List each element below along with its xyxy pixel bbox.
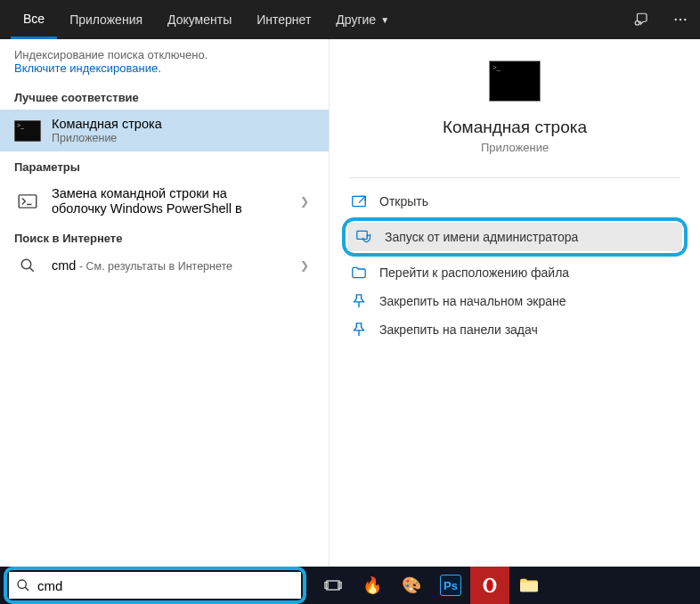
action-open-label: Открыть [379, 194, 428, 208]
search-input[interactable] [37, 578, 294, 593]
taskbar-search-box[interactable] [9, 572, 301, 599]
task-view-button[interactable] [313, 567, 353, 604]
svg-point-2 [680, 19, 681, 20]
result-cmd-title: Командная строка [52, 117, 314, 131]
action-pin-start-label: Закрепить на начальном экране [379, 294, 566, 308]
photoshop-icon: Ps [440, 575, 461, 596]
chevron-right-icon: ❯ [300, 259, 314, 272]
folder-icon [351, 265, 367, 280]
tab-documents[interactable]: Документы [155, 0, 244, 39]
divider [349, 177, 680, 178]
tab-all[interactable]: Все [11, 0, 57, 39]
search-icon [16, 578, 30, 592]
action-open-location-label: Перейти к расположению файла [379, 265, 569, 280]
taskbar-app-opera[interactable] [470, 567, 509, 604]
feedback-icon[interactable] [622, 0, 661, 39]
result-web-text: cmd - См. результаты в Интернете [52, 258, 289, 273]
fire-icon: 🔥 [362, 575, 382, 595]
task-view-icon [324, 578, 342, 592]
taskbar-app-photoshop[interactable]: Ps [431, 567, 470, 604]
svg-line-10 [25, 587, 28, 591]
action-run-admin[interactable]: Запуск от имени администратора [347, 223, 682, 251]
enable-indexing-link[interactable]: Включите индексирование. [14, 61, 161, 75]
taskbar: 🔥 🎨 Ps [0, 567, 700, 604]
action-list: Открыть Запуск от имени администратора П… [330, 184, 700, 347]
tab-internet[interactable]: Интернет [244, 0, 323, 39]
action-run-admin-label: Запуск от имени администратора [385, 230, 578, 244]
svg-rect-16 [520, 582, 538, 592]
palette-icon: 🎨 [402, 575, 421, 595]
preview-subtitle: Приложение [481, 141, 549, 154]
action-pin-taskbar[interactable]: Закрепить на панели задач [342, 315, 688, 344]
section-settings: Параметры [0, 151, 329, 179]
action-open-location[interactable]: Перейти к расположению файла [342, 258, 688, 287]
powershell-setting-icon [14, 194, 41, 208]
search-icon [14, 257, 41, 273]
open-icon [351, 194, 367, 208]
section-best-match: Лучшее соответствие [0, 82, 329, 110]
callout-search-box [4, 567, 306, 604]
tab-other-label: Другие [336, 12, 376, 27]
svg-rect-4 [19, 194, 37, 207]
result-web-query: cmd [52, 258, 76, 273]
svg-line-6 [29, 267, 34, 272]
svg-rect-8 [357, 231, 367, 239]
result-powershell-replace[interactable]: Замена командной строки на оболочку Wind… [0, 179, 329, 223]
result-web-hint: См. результаты в Интернете [86, 260, 233, 273]
result-web-sep: - [76, 260, 85, 273]
pin-taskbar-icon [351, 322, 367, 337]
callout-run-admin: Запуск от имени администратора [342, 217, 688, 257]
result-web-cmd[interactable]: cmd - См. результаты в Интернете ❯ [0, 250, 329, 281]
svg-point-5 [21, 259, 31, 269]
result-powershell-line1: Замена командной строки на [52, 186, 289, 200]
chevron-right-icon: ❯ [300, 195, 314, 208]
svg-point-15 [486, 579, 493, 591]
shield-run-icon [356, 230, 372, 244]
result-powershell-line2: оболочку Windows PowerShell в [52, 201, 289, 216]
taskbar-app-paint[interactable]: 🎨 [392, 567, 431, 604]
indexing-notice: Индексирование поиска отключено. Включит… [0, 39, 329, 82]
preview-column: Командная строка Приложение Открыть [330, 39, 700, 567]
taskbar-app-fire[interactable]: 🔥 [353, 567, 392, 604]
results-column: Индексирование поиска отключено. Включит… [0, 39, 330, 567]
chevron-down-icon: ▼ [380, 15, 389, 25]
more-icon[interactable] [661, 0, 700, 39]
folder-icon [519, 577, 539, 593]
opera-icon [481, 576, 499, 594]
preview-title: Командная строка [443, 118, 587, 137]
section-web-search: Поиск в Интернете [0, 223, 329, 250]
search-tabs: Все Приложения Документы Интернет Другие… [0, 0, 700, 39]
action-open[interactable]: Открыть [342, 187, 688, 216]
action-pin-taskbar-label: Закрепить на панели задач [379, 322, 538, 337]
preview-thumbnail-cmd-icon [489, 61, 541, 102]
taskbar-app-explorer[interactable] [509, 567, 549, 604]
indexing-message: Индексирование поиска отключено. [14, 48, 314, 61]
svg-point-3 [684, 19, 686, 20]
result-cmd-subtitle: Приложение [52, 132, 314, 144]
result-cmd[interactable]: Командная строка Приложение [0, 110, 329, 151]
svg-point-9 [18, 580, 26, 588]
svg-point-1 [675, 19, 677, 20]
pin-start-icon [351, 294, 367, 308]
cmd-icon [14, 118, 41, 143]
tab-other[interactable]: Другие ▼ [323, 0, 402, 39]
tab-apps[interactable]: Приложения [57, 0, 155, 39]
action-pin-start[interactable]: Закрепить на начальном экране [342, 287, 688, 315]
